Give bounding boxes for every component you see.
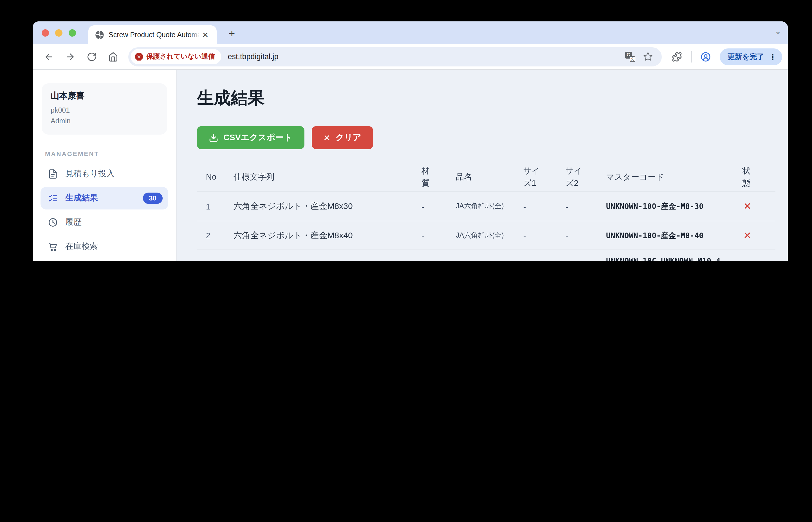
- clear-label: クリア: [335, 132, 361, 143]
- cell-size2: -: [565, 231, 606, 240]
- tab-search-chevron-icon[interactable]: ⌄: [775, 27, 781, 36]
- status-error-icon: ✕: [742, 261, 775, 261]
- status-error-icon: ✕: [742, 229, 775, 241]
- bookmark-star-icon[interactable]: [641, 50, 655, 63]
- profile-icon[interactable]: [698, 49, 713, 64]
- cell-code: UNKNOWN-100-産金-M8-40: [606, 229, 722, 241]
- browser-tab[interactable]: Screw Product Quote Automa ✕: [88, 25, 217, 44]
- column-header-spec: 仕様文字列: [233, 171, 421, 183]
- minimize-window-button[interactable]: [55, 29, 62, 37]
- cell-size1: -: [523, 202, 565, 211]
- table-row[interactable]: 3六角全ネジボルト・ナット M10x40-JA六角B全1種N--UNKNOWN-…: [197, 249, 775, 261]
- column-header-code: マスターコード: [606, 171, 742, 183]
- column-header-size1: サイズ1: [523, 165, 565, 189]
- user-name: 山本康喜: [51, 91, 158, 101]
- back-icon[interactable]: [42, 49, 56, 64]
- reload-icon[interactable]: [84, 49, 99, 64]
- table-row[interactable]: 1六角全ネジボルト・産金M8x30-JA六角ﾎﾞﾙﾄ(全)--UNKNOWN-1…: [197, 192, 775, 221]
- not-secure-icon: ✕: [135, 53, 143, 61]
- cell-material: -: [421, 231, 456, 240]
- section-label-management: MANAGEMENT: [41, 150, 168, 157]
- browser-menu-dots-icon[interactable]: ⋮: [769, 52, 776, 61]
- sidebar-item-在庫検索[interactable]: 在庫検索: [41, 235, 168, 258]
- screenshot-stage: Screw Product Quote Automa ✕ + ⌄ ✕ 保護されて…: [0, 0, 812, 261]
- home-icon[interactable]: [106, 49, 120, 64]
- download-icon: [209, 133, 218, 142]
- translate-icon[interactable]: G文: [623, 50, 637, 63]
- tab-bar: Screw Product Quote Automa ✕ + ⌄: [33, 21, 788, 44]
- sidebar-item-label: 在庫検索: [65, 241, 98, 252]
- csv-export-button[interactable]: CSVエクスポート: [197, 126, 304, 149]
- cell-spec: 六角全ネジボルト・産金M8x40: [233, 230, 421, 241]
- update-chrome-label: 更新を完了: [727, 52, 764, 62]
- update-chrome-button[interactable]: 更新を完了 ⋮: [720, 48, 782, 65]
- sidebar: 山本康喜 pk001 Admin MANAGEMENT見積もり投入生成結果30履…: [33, 70, 177, 261]
- status-error-icon: ✕: [742, 200, 775, 212]
- address-bar[interactable]: ✕ 保護されていない通信 est.tbpdigital.jp G文: [128, 47, 662, 66]
- sidebar-item-label: 履歴: [65, 217, 82, 227]
- results-table: No仕様文字列材質品名サイズ1サイズ2マスターコード状態 1六角全ネジボルト・産…: [197, 163, 775, 261]
- column-header-size2: サイズ2: [565, 165, 606, 189]
- cell-product: JA六角ﾎﾞﾙﾄ(全): [456, 230, 523, 240]
- cell-no: 1: [197, 202, 233, 211]
- user-id: pk001: [51, 105, 158, 116]
- cell-material: -: [421, 202, 456, 211]
- cell-product: JA六角ﾎﾞﾙﾄ(全): [456, 202, 523, 211]
- main-content: 生成結果 CSVエクスポート ✕ クリア No仕様文字列材質品名サイズ1サイズ2…: [177, 70, 788, 261]
- column-header-product: 品名: [456, 171, 523, 183]
- security-chip[interactable]: ✕ 保護されていない通信: [130, 49, 221, 64]
- column-header-material: 材質: [421, 165, 456, 189]
- count-badge: 30: [143, 192, 163, 204]
- cart-icon: [48, 241, 58, 252]
- sidebar-item-履歴[interactable]: 履歴: [41, 211, 168, 234]
- action-buttons: CSVエクスポート ✕ クリア: [197, 126, 775, 149]
- cell-size2: -: [565, 202, 606, 211]
- globe-favicon-icon: [95, 30, 104, 39]
- maximize-window-button[interactable]: [69, 29, 76, 37]
- security-chip-label: 保護されていない通信: [146, 52, 215, 61]
- close-window-button[interactable]: [42, 29, 49, 37]
- new-tab-button[interactable]: +: [224, 26, 240, 42]
- sidebar-nav: MANAGEMENT見積もり投入生成結果30履歴在庫検索CONTENTマスター管…: [41, 150, 168, 261]
- user-role: Admin: [51, 116, 158, 127]
- clear-button[interactable]: ✕ クリア: [311, 126, 373, 149]
- forward-icon[interactable]: [63, 49, 78, 64]
- cell-code: UNKNOWN-100-産金-M8-30: [606, 200, 722, 212]
- page-title: 生成結果: [197, 88, 775, 108]
- sidebar-item-label: 生成結果: [65, 193, 98, 203]
- clear-x-icon: ✕: [323, 133, 330, 143]
- cell-code: UNKNOWN-10C-UNKNOWN-M10-40: [606, 255, 722, 261]
- url-text: est.tbpdigital.jp: [228, 52, 278, 61]
- clock-icon: [48, 217, 58, 227]
- browser-window: Screw Product Quote Automa ✕ + ⌄ ✕ 保護されて…: [33, 21, 788, 261]
- extensions-puzzle-icon[interactable]: [669, 49, 684, 64]
- cell-size1: -: [523, 231, 565, 240]
- toolbar-divider: [691, 51, 691, 62]
- table-body: 1六角全ネジボルト・産金M8x30-JA六角ﾎﾞﾙﾄ(全)--UNKNOWN-1…: [197, 192, 775, 261]
- checklist-icon: [48, 193, 58, 203]
- tab-title-fade: [188, 27, 203, 42]
- sidebar-item-生成結果[interactable]: 生成結果30: [41, 187, 168, 209]
- column-header-no: No: [197, 171, 233, 183]
- table-header-row: No仕様文字列材質品名サイズ1サイズ2マスターコード状態: [197, 163, 775, 192]
- user-card: 山本康喜 pk001 Admin: [42, 83, 167, 134]
- window-controls: [42, 29, 76, 37]
- csv-export-label: CSVエクスポート: [223, 132, 292, 143]
- column-header-status: 状態: [742, 165, 775, 189]
- tab-title: Screw Product Quote Automa: [109, 31, 199, 39]
- cell-spec: 六角全ネジボルト・産金M8x30: [233, 201, 421, 212]
- sidebar-item-label: 見積もり投入: [65, 168, 114, 179]
- sidebar-item-見積もり投入[interactable]: 見積もり投入: [41, 162, 168, 185]
- document-icon: [48, 169, 58, 179]
- table-row[interactable]: 2六角全ネジボルト・産金M8x40-JA六角ﾎﾞﾙﾄ(全)--UNKNOWN-1…: [197, 221, 775, 249]
- app-body: 山本康喜 pk001 Admin MANAGEMENT見積もり投入生成結果30履…: [33, 70, 788, 261]
- cell-no: 2: [197, 231, 233, 240]
- browser-toolbar: ✕ 保護されていない通信 est.tbpdigital.jp G文 更新を完了 …: [33, 44, 788, 70]
